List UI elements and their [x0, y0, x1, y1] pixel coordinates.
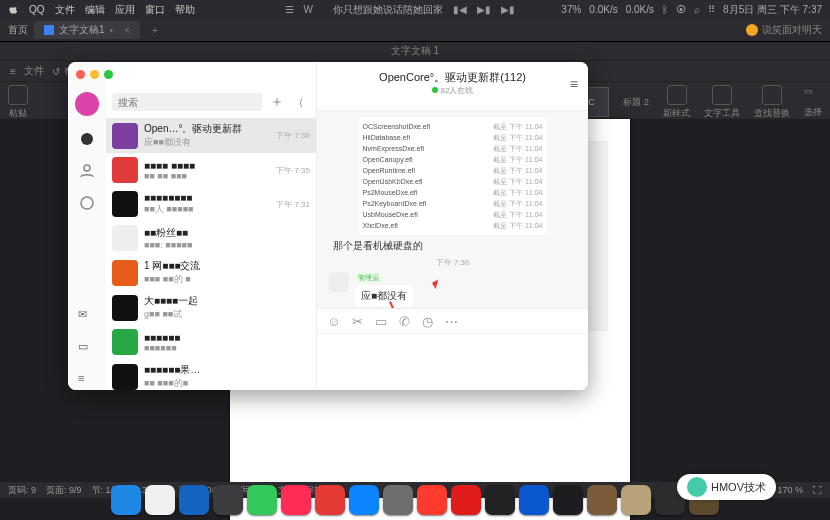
folder-icon[interactable]: ▭: [78, 340, 96, 358]
tabbar-badge[interactable]: 说笑面对明天: [746, 23, 822, 37]
conversation-item[interactable]: ■■■■ ■■■■■■ ■■ ■■■ 下午 7:35: [106, 153, 316, 187]
dock-app-2[interactable]: [179, 485, 209, 515]
chat-icon[interactable]: [78, 130, 96, 148]
conv-avatar: [112, 225, 138, 251]
dock-app-12[interactable]: [519, 485, 549, 515]
file-row[interactable]: XhciDxe.efi截至 下午 11:04: [363, 220, 543, 231]
spotlight-icon[interactable]: ⌕: [694, 4, 700, 15]
window-traffic-lights[interactable]: [76, 70, 113, 79]
mail-icon[interactable]: ✉: [78, 308, 96, 326]
tab-home[interactable]: 首页: [8, 23, 28, 37]
dock-app-15[interactable]: [621, 485, 651, 515]
conversation-item[interactable]: 大■■■■一起g■■ ■■试: [106, 290, 316, 325]
dock-app-3[interactable]: [213, 485, 243, 515]
history-icon[interactable]: ◷: [422, 314, 433, 329]
svg-point-1: [84, 165, 90, 171]
dock-app-4[interactable]: [247, 485, 277, 515]
wifi-icon[interactable]: ⦿: [676, 4, 686, 15]
file-row[interactable]: OpenUsbKbDxe.efi截至 下午 11:04: [363, 176, 543, 187]
dock-app-13[interactable]: [553, 485, 583, 515]
file-list-card[interactable]: OCScreenshotDxe.efi截至 下午 11:04HiiDatabas…: [359, 117, 547, 235]
tab-add[interactable]: +: [152, 25, 158, 36]
menu-edit[interactable]: 编辑: [85, 3, 105, 17]
chat-header: OpenCore°。驱动更新群(112) 82人在线 ≡: [317, 62, 588, 111]
conversation-item[interactable]: ■■■■■■■■■■人 ■■■■■ 下午 7:31: [106, 187, 316, 221]
user-avatar[interactable]: [75, 92, 99, 116]
media-next-icon[interactable]: ▶▮: [501, 4, 515, 15]
wps-tabbar: 首页 文字文稿1•× + 说笑面对明天: [0, 19, 830, 42]
menu-window[interactable]: 窗口: [145, 3, 165, 17]
file-row[interactable]: Ps2KeyboardDxe.efi截至 下午 11:04: [363, 198, 543, 209]
chat-input[interactable]: [317, 333, 588, 390]
tool-paste[interactable]: 粘贴: [8, 85, 28, 120]
media-play-icon[interactable]: ▶▮: [477, 4, 491, 15]
media-prev-icon[interactable]: ▮◀: [453, 4, 467, 15]
menu-hamburger-icon[interactable]: ≡: [10, 66, 16, 77]
file-name: OpenRuntime.efi: [363, 165, 416, 176]
image-icon[interactable]: ▭: [375, 314, 387, 329]
file-meta: 截至 下午 11:04: [493, 132, 542, 143]
menu-help[interactable]: 帮助: [175, 3, 195, 17]
watermark-bubble[interactable]: HMOV技术: [677, 474, 776, 500]
apple-icon[interactable]: [8, 4, 19, 15]
dock-app-11[interactable]: [485, 485, 515, 515]
tab-doc-label: 文字文稿1: [59, 23, 105, 37]
menu-app2[interactable]: 应用: [115, 3, 135, 17]
dock-app-0[interactable]: [111, 485, 141, 515]
file-row[interactable]: Ps2MouseDxe.efi截至 下午 11:04: [363, 187, 543, 198]
menu-app[interactable]: QQ: [29, 4, 45, 15]
conversation-item[interactable]: ■■粉丝■■■■■: ■■■■■: [106, 221, 316, 255]
dock-app-10[interactable]: [451, 485, 481, 515]
dock-app-1[interactable]: [145, 485, 175, 515]
conv-avatar: [112, 191, 138, 217]
file-row[interactable]: NvmExpressDxe.efi截至 下午 11:04: [363, 143, 543, 154]
search-input[interactable]: [112, 93, 262, 111]
conversation-item[interactable]: Open…°。驱动更新群应■■都没有 下午 7:36: [106, 118, 316, 153]
dock-app-7[interactable]: [349, 485, 379, 515]
tool-select[interactable]: ▭选择: [804, 86, 822, 119]
file-row[interactable]: HiiDatabase.efi截至 下午 11:04: [363, 132, 543, 143]
scissors-icon[interactable]: ✂: [352, 314, 363, 329]
doc-icon: [44, 25, 54, 35]
file-name: HiiDatabase.efi: [363, 132, 410, 143]
bluetooth-icon[interactable]: ᛒ: [662, 4, 668, 15]
dock-app-6[interactable]: [315, 485, 345, 515]
contacts-icon[interactable]: [78, 162, 96, 180]
reply-avatar[interactable]: [329, 272, 349, 292]
call-icon[interactable]: ✆: [399, 314, 410, 329]
new-chat-button[interactable]: ＋: [268, 93, 286, 111]
file-name: UsbMouseDxe.efi: [363, 209, 418, 220]
menu-file[interactable]: 文件: [55, 3, 75, 17]
file-row[interactable]: OpenCanopy.efi截至 下午 11:04: [363, 154, 543, 165]
file-row[interactable]: OCScreenshotDxe.efi截至 下午 11:04: [363, 121, 543, 132]
dock-app-9[interactable]: [417, 485, 447, 515]
more-tools-icon[interactable]: ⋯: [445, 314, 458, 329]
conversation-item[interactable]: ■■■■■■果…■■ ■■■的■: [106, 359, 316, 390]
conversation-item[interactable]: ■■■■■■■■■■■■: [106, 325, 316, 359]
emoji-icon[interactable]: ☺: [327, 314, 340, 329]
chat-menu-icon[interactable]: ≡: [570, 76, 578, 92]
file-meta: 截至 下午 11:04: [493, 121, 542, 132]
chat-messages[interactable]: OCScreenshotDxe.efi截至 下午 11:04HiiDatabas…: [317, 111, 588, 308]
conversation-item[interactable]: 1 网■■■交流■■■ ■■的 ■: [106, 255, 316, 290]
conv-title: ■■■■ ■■■■: [144, 160, 270, 171]
ribbon-file[interactable]: 文件: [24, 64, 44, 78]
more-icon[interactable]: ≡: [78, 372, 96, 390]
tool-newstyle[interactable]: 新样式: [663, 85, 690, 120]
file-name: XhciDxe.efi: [363, 220, 398, 231]
list-collapse-icon[interactable]: ⟨: [292, 93, 310, 111]
file-row[interactable]: UsbMouseDxe.efi截至 下午 11:04: [363, 209, 543, 220]
dock-app-5[interactable]: [281, 485, 311, 515]
discover-icon[interactable]: [78, 194, 96, 212]
undo-icon[interactable]: ↺: [52, 66, 60, 77]
tool-findreplace[interactable]: 查找替换: [754, 85, 790, 120]
dock-app-8[interactable]: [383, 485, 413, 515]
dock-app-14[interactable]: [587, 485, 617, 515]
control-center-icon[interactable]: ⠿: [708, 4, 715, 15]
conv-subtitle: ■■■: ■■■■■: [144, 240, 304, 250]
tab-document[interactable]: 文字文稿1•×: [34, 21, 140, 39]
tool-texttool[interactable]: 文字工具: [704, 85, 740, 120]
now-playing: 你只想跟她说话陪她回家: [333, 3, 443, 17]
file-row[interactable]: OpenRuntime.efi截至 下午 11:04: [363, 165, 543, 176]
conv-avatar: [112, 329, 138, 355]
